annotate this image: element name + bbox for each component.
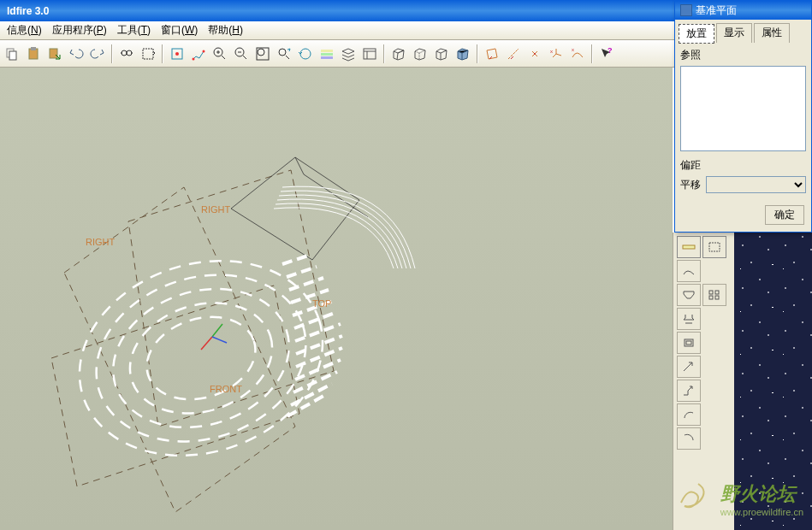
feature-btn-3[interactable] xyxy=(677,260,701,282)
datum-label-right2: RIGHT xyxy=(201,204,231,215)
redo-button[interactable] xyxy=(87,44,108,64)
app-title: ldfire 3.0 xyxy=(7,5,49,17)
wireframe-button[interactable] xyxy=(388,44,409,64)
svg-text:x: x xyxy=(550,49,553,54)
datum-label-top: TOP xyxy=(312,298,331,309)
feature-btn-9[interactable] xyxy=(677,380,701,402)
svg-line-31 xyxy=(212,324,222,337)
offset-label: 偏距 xyxy=(680,158,806,173)
separator xyxy=(162,44,163,63)
select-button[interactable] xyxy=(138,44,158,64)
datum-plane-button[interactable] xyxy=(482,44,502,64)
find-button[interactable] xyxy=(116,44,137,64)
dialog-titlebar[interactable]: 基准平面 xyxy=(675,1,811,20)
watermark: 野火论坛 www.proewildfire.cn xyxy=(673,477,803,521)
svg-rect-17 xyxy=(321,50,333,52)
view-manager-button[interactable] xyxy=(359,44,380,64)
named-views-button[interactable] xyxy=(317,44,337,64)
watermark-url: www.proewildfire.cn xyxy=(720,507,803,517)
svg-point-14 xyxy=(258,49,264,56)
model-canvas[interactable]: RIGHT RIGHT TOP FRONT xyxy=(0,68,673,530)
ok-button[interactable]: 确定 xyxy=(765,205,804,225)
feature-btn-11[interactable] xyxy=(677,427,701,450)
shaded-button[interactable] xyxy=(453,44,473,64)
zoom-out-button[interactable] xyxy=(231,44,252,64)
menu-app[interactable]: 应用程序(P) xyxy=(47,21,112,40)
watermark-logo-icon xyxy=(673,477,714,521)
svg-point-9 xyxy=(175,52,179,56)
tab-display[interactable]: 显示 xyxy=(716,23,752,43)
svg-rect-34 xyxy=(709,243,720,251)
dialog-body: 参照 偏距 平移 xyxy=(675,43,811,203)
svg-text:?: ? xyxy=(608,46,613,55)
feature-btn-4[interactable] xyxy=(677,284,701,306)
references-label: 参照 xyxy=(680,48,806,62)
svg-rect-37 xyxy=(709,296,713,299)
watermark-title: 野火论坛 xyxy=(720,481,803,507)
regen-button[interactable] xyxy=(167,44,187,64)
datum-plane-dialog: 基准平面 放置 显示 属性 参照 偏距 平移 确定 xyxy=(674,0,812,233)
tab-placement[interactable]: 放置 xyxy=(679,24,714,44)
menu-tools[interactable]: 工具(T) xyxy=(112,21,156,40)
feature-btn-2[interactable] xyxy=(702,236,726,258)
dialog-title-text: 基准平面 xyxy=(696,3,737,18)
svg-rect-7 xyxy=(143,49,153,59)
svg-rect-1 xyxy=(9,51,16,60)
model-viewport[interactable]: RIGHT RIGHT TOP FRONT xyxy=(0,68,673,530)
menu-help[interactable]: 帮助(H) xyxy=(203,21,248,40)
svg-rect-40 xyxy=(686,341,691,344)
hidden-line-button[interactable] xyxy=(410,44,430,64)
references-listbox[interactable] xyxy=(680,66,806,151)
feature-btn-1[interactable] xyxy=(677,236,701,258)
svg-point-10 xyxy=(193,57,195,60)
feature-btn-7[interactable] xyxy=(677,332,701,354)
undo-button[interactable] xyxy=(66,44,86,64)
zoom-fit-button[interactable] xyxy=(252,44,273,64)
layers-button[interactable] xyxy=(338,44,359,64)
datum-curve-button[interactable]: x xyxy=(567,44,588,64)
svg-rect-4 xyxy=(50,49,57,58)
svg-point-11 xyxy=(203,50,205,52)
menu-info[interactable]: 信息(N) xyxy=(2,21,47,40)
svg-rect-20 xyxy=(364,49,376,59)
svg-line-32 xyxy=(212,337,227,343)
translate-label: 平移 xyxy=(680,178,701,192)
svg-rect-35 xyxy=(709,291,713,294)
separator xyxy=(591,44,593,63)
separator xyxy=(477,44,478,63)
svg-rect-19 xyxy=(321,56,333,59)
svg-point-21 xyxy=(534,53,536,55)
svg-rect-38 xyxy=(715,296,719,299)
datum-axis-button[interactable] xyxy=(503,44,524,64)
copy-button[interactable] xyxy=(2,44,22,64)
feature-btn-8[interactable] xyxy=(677,356,701,378)
svg-point-29 xyxy=(136,303,266,413)
zoom-in-button[interactable] xyxy=(210,44,230,64)
dialog-tabs: 放置 显示 属性 xyxy=(675,20,811,43)
feature-btn-5[interactable] xyxy=(702,284,726,306)
feature-btn-6[interactable] xyxy=(677,308,701,330)
zoom-window-button[interactable] xyxy=(274,44,294,64)
feature-btn-10[interactable] xyxy=(677,403,701,426)
paste-special-button[interactable] xyxy=(44,44,65,64)
separator xyxy=(111,44,113,63)
datum-point-button[interactable] xyxy=(525,44,545,64)
svg-line-30 xyxy=(201,337,212,350)
svg-rect-3 xyxy=(31,47,36,50)
svg-text:x: x xyxy=(572,47,574,52)
separator xyxy=(383,44,385,63)
help-cursor-button[interactable]: ? xyxy=(596,44,617,64)
no-hidden-button[interactable] xyxy=(431,44,452,64)
svg-point-16 xyxy=(279,49,286,56)
refit-button[interactable] xyxy=(295,44,316,64)
svg-rect-18 xyxy=(321,53,333,56)
translate-select[interactable] xyxy=(706,176,806,193)
datum-label-front: FRONT xyxy=(210,384,242,394)
menu-window[interactable]: 窗口(W) xyxy=(156,21,203,40)
tab-properties[interactable]: 属性 xyxy=(754,23,790,43)
svg-point-28 xyxy=(116,286,287,431)
datum-label-right: RIGHT xyxy=(86,237,116,247)
paste-button[interactable] xyxy=(23,44,44,64)
sketch-button[interactable] xyxy=(188,44,209,64)
datum-csys-button[interactable]: x xyxy=(546,44,566,64)
